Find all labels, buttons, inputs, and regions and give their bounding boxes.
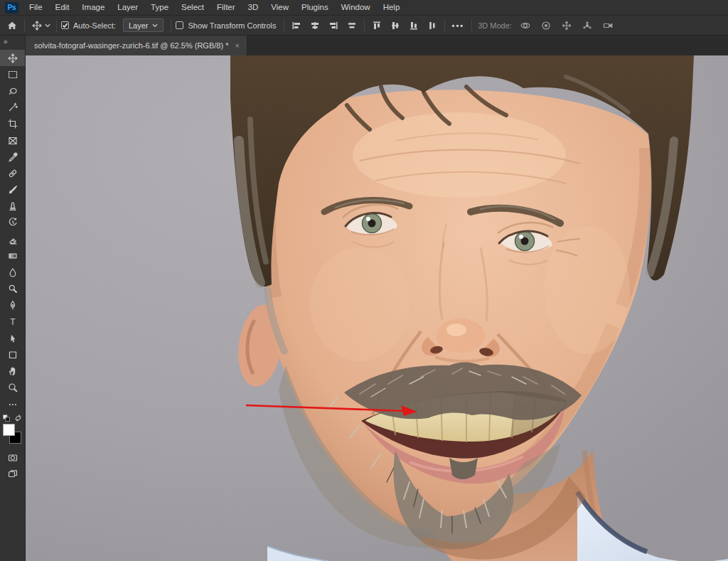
tool-blur[interactable] [0, 264, 25, 280]
frame-icon [8, 136, 18, 146]
3d-dolly-icon[interactable] [600, 18, 616, 33]
tool-clone-stamp[interactable] [0, 198, 25, 215]
align-icons-group [289, 18, 360, 33]
swap-colors-icon[interactable] [14, 415, 22, 422]
3d-orbit-icon[interactable] [518, 18, 533, 33]
auto-select-checkbox[interactable] [61, 21, 69, 29]
zoom-icon [8, 383, 18, 392]
tool-frame[interactable] [0, 132, 25, 149]
close-tab-icon[interactable]: × [235, 41, 239, 50]
tool-gradient[interactable] [0, 247, 25, 264]
tool-crop[interactable] [0, 116, 25, 132]
tool-spot-healing-brush[interactable] [0, 165, 25, 181]
auto-select-target-dropdown[interactable]: Layer [123, 18, 164, 32]
eraser-icon [8, 235, 18, 245]
align-top-edges-icon[interactable] [369, 18, 385, 33]
document-tab[interactable]: solvita-fotograf-wasinger-zurich-6.tif @… [26, 36, 247, 55]
quick-selection-icon [8, 102, 18, 112]
path-selection-icon [8, 333, 18, 343]
3d-pan-icon[interactable] [559, 18, 574, 33]
rectangle-icon [8, 350, 18, 360]
tool-type[interactable]: T [0, 314, 25, 330]
menu-image[interactable]: Image [75, 0, 111, 15]
menu-window[interactable]: Window [335, 0, 377, 15]
type-icon: T [8, 317, 18, 327]
menu-type[interactable]: Type [144, 0, 175, 15]
distribute-horizontal-centers-icon[interactable] [344, 18, 360, 33]
tool-hand[interactable] [0, 363, 25, 380]
tool-eyedropper[interactable] [0, 149, 25, 165]
gradient-icon [8, 251, 18, 261]
color-controls-mini [0, 412, 25, 423]
default-colors-icon[interactable] [3, 415, 10, 422]
blur-icon [8, 267, 18, 277]
menu-filter[interactable]: Filter [210, 0, 242, 15]
auto-select-label: Auto-Select: [73, 21, 116, 30]
3d-roll-icon[interactable] [538, 18, 554, 33]
ellipsis-icon [8, 400, 18, 410]
menu-plugins[interactable]: Plugins [295, 0, 335, 15]
chevron-down-icon [152, 23, 158, 28]
history-brush-icon [8, 218, 18, 228]
show-transform-label: Show Transform Controls [188, 21, 276, 30]
hand-icon [8, 366, 18, 376]
tool-move[interactable] [0, 50, 25, 66]
menu-3d[interactable]: 3D [242, 0, 265, 15]
show-transform-checkbox[interactable] [176, 21, 183, 29]
align-right-edges-icon[interactable] [326, 18, 341, 33]
menu-edit[interactable]: Edit [49, 0, 76, 15]
menu-help[interactable]: Help [377, 0, 407, 15]
document-canvas[interactable] [26, 55, 728, 561]
clone-stamp-icon [8, 201, 18, 211]
auto-select-target-value: Layer [129, 21, 149, 30]
dodge-icon [8, 284, 18, 294]
tool-zoom[interactable] [0, 380, 25, 396]
3d-slide-icon[interactable] [579, 18, 595, 33]
menu-layer[interactable]: Layer [111, 0, 144, 15]
menu-view[interactable]: View [264, 0, 295, 15]
distribute-vertical-centers-icon[interactable] [424, 18, 440, 33]
more-options-button[interactable]: ••• [449, 21, 468, 30]
tool-dodge[interactable] [0, 281, 25, 297]
tool-history-brush[interactable] [0, 215, 25, 231]
brush-icon [8, 185, 18, 195]
align-horizontal-centers-icon[interactable] [307, 18, 323, 33]
menu-file[interactable]: File [23, 0, 49, 15]
tool-brush[interactable] [0, 182, 25, 198]
document-tab-bar: solvita-fotograf-wasinger-zurich-6.tif @… [26, 36, 728, 55]
tool-lasso[interactable] [0, 82, 25, 99]
quick-mask-button[interactable] [0, 449, 25, 466]
divider [364, 19, 365, 32]
3d-mode-icons-group [518, 18, 616, 33]
foreground-color-swatch[interactable] [3, 424, 15, 436]
collapse-panel-icon[interactable]: » [0, 36, 25, 50]
home-icon[interactable] [4, 18, 20, 33]
align-left-edges-icon[interactable] [289, 18, 304, 33]
move-tool-icon [8, 53, 18, 63]
align-vertical-centers-icon[interactable] [387, 18, 403, 33]
pen-icon [8, 300, 18, 310]
screen-mode-button[interactable] [0, 466, 25, 482]
move-tool-preset-icon[interactable] [29, 18, 45, 33]
3d-mode-label: 3D Mode: [478, 21, 512, 30]
rectangular-marquee-icon [8, 70, 18, 80]
align-bottom-edges-icon[interactable] [406, 18, 422, 33]
divider [56, 19, 57, 32]
tool-rectangle[interactable] [0, 346, 25, 363]
chevron-down-icon[interactable] [45, 23, 50, 28]
tool-path-selection[interactable] [0, 330, 25, 346]
tool-edit-toolbar[interactable] [0, 396, 25, 412]
align-icons-group [369, 18, 440, 33]
photoshop-logo[interactable]: Ps [5, 2, 18, 14]
menu-bar: Ps FileEditImageLayerTypeSelectFilter3DV… [0, 0, 728, 16]
spot-healing-icon [8, 169, 18, 178]
tool-pen[interactable] [0, 297, 25, 314]
tool-quick-selection[interactable] [0, 100, 25, 116]
tool-eraser[interactable] [0, 231, 25, 247]
photoshop-window: Ps FileEditImageLayerTypeSelectFilter3DV… [0, 0, 728, 561]
tools-panel: » T [0, 36, 26, 561]
menu-select[interactable]: Select [175, 0, 210, 15]
options-bar: Auto-Select: Layer Show Transform Contro… [0, 16, 728, 36]
tool-rectangular-marquee[interactable] [0, 66, 25, 82]
svg-text:T: T [10, 317, 16, 327]
